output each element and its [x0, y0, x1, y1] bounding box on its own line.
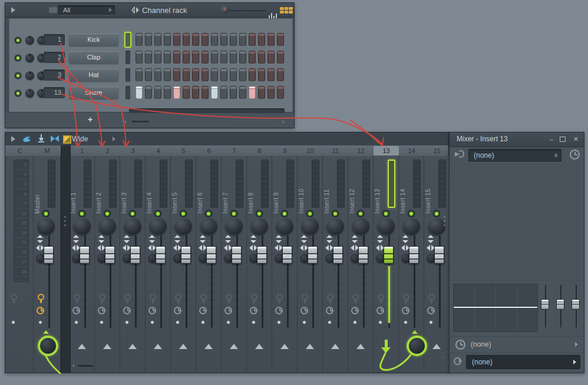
track-header-10[interactable]: 10: [298, 145, 323, 156]
stereo-separation-arrows-icon[interactable]: [173, 235, 181, 243]
track-mute-led[interactable]: [256, 210, 263, 217]
step-cell[interactable]: [249, 51, 256, 64]
keyboard-editor-icon[interactable]: [280, 7, 293, 14]
step-cell[interactable]: [230, 68, 237, 81]
step-cell[interactable]: [277, 33, 284, 46]
track-pan-knob[interactable]: [149, 217, 167, 235]
stereo-separation-arrows-icon[interactable]: [401, 235, 409, 243]
step-cell[interactable]: [239, 68, 246, 81]
track-volume-fader[interactable]: [105, 246, 115, 264]
track-mute-led[interactable]: [180, 210, 187, 217]
channel-select-strip[interactable]: [125, 51, 130, 64]
pan-arrows-icon[interactable]: [148, 245, 156, 251]
stereo-separation-arrows-icon[interactable]: [300, 235, 308, 243]
track-pan-knob[interactable]: [428, 217, 445, 235]
track-header-9[interactable]: 9: [272, 145, 298, 156]
track-pan-knob[interactable]: [225, 217, 243, 235]
track-peak-meter[interactable]: [261, 160, 269, 208]
channel-enable-led[interactable]: [15, 55, 21, 61]
step-cell[interactable]: [239, 33, 246, 46]
headphone-icon[interactable]: [326, 294, 334, 304]
channel-select-strip[interactable]: [125, 68, 130, 82]
pan-arrows-icon[interactable]: [249, 245, 257, 251]
headphone-icon[interactable]: [174, 294, 182, 304]
plugin-delay-clock-icon[interactable]: [98, 307, 105, 314]
stereo-separation-arrows-icon[interactable]: [148, 235, 156, 243]
mixer-track-strip-13[interactable]: Insert 13: [374, 156, 399, 372]
channel-number[interactable]: 2: [44, 52, 65, 63]
track-pan-knob[interactable]: [301, 217, 319, 235]
track-pan-knob[interactable]: [402, 217, 420, 235]
eq-graph[interactable]: [453, 284, 538, 332]
track-volume-fader[interactable]: [384, 246, 394, 264]
headphone-icon[interactable]: [37, 294, 45, 304]
track-mute-led[interactable]: [129, 210, 136, 217]
plugin-delay-clock-icon[interactable]: [326, 307, 333, 314]
route-up-arrow-icon[interactable]: [331, 344, 339, 349]
track-peak-meter[interactable]: [134, 160, 142, 208]
mixer-toolbar[interactable]: Wide: [5, 132, 448, 146]
track-mute-led[interactable]: [154, 210, 161, 217]
track-volume-fader[interactable]: [130, 246, 140, 264]
channel-name-button[interactable]: Snare: [69, 87, 118, 99]
route-up-arrow-icon[interactable]: [179, 344, 187, 349]
route-up-arrow-icon[interactable]: [306, 344, 314, 349]
plugin-delay-clock-icon[interactable]: [174, 307, 181, 314]
graph-editor-icon[interactable]: [269, 8, 278, 18]
route-up-arrow-icon[interactable]: [280, 344, 289, 349]
step-cell[interactable]: [173, 51, 180, 64]
step-cell[interactable]: [220, 51, 227, 64]
mixer-menu-icon[interactable]: [11, 136, 15, 142]
track-volume-fader[interactable]: [434, 246, 444, 264]
step-cell[interactable]: [258, 33, 265, 46]
step-cell[interactable]: [267, 86, 275, 99]
headphone-icon[interactable]: [275, 294, 283, 304]
track-peak-meter[interactable]: [84, 160, 91, 208]
step-cell[interactable]: [183, 33, 190, 46]
track-mute-led[interactable]: [205, 210, 212, 217]
track-mute-led[interactable]: [382, 210, 389, 217]
track-volume-fader[interactable]: [80, 246, 90, 264]
mixer-track-strip-8[interactable]: Insert 8: [247, 156, 272, 372]
step-cell[interactable]: [183, 68, 190, 81]
plugin-delay-clock-icon[interactable]: [224, 307, 232, 314]
track-header-6[interactable]: 6: [196, 145, 222, 156]
channel-rack-titlebar[interactable]: All ⋮ Channel rack: [5, 3, 294, 18]
step-cell[interactable]: [249, 33, 256, 46]
track-volume-fader[interactable]: [156, 246, 166, 264]
channel-name-button[interactable]: Hat: [69, 69, 118, 81]
plugin-picker-icon[interactable]: [37, 134, 45, 143]
track-header-4[interactable]: 4: [146, 145, 171, 156]
step-cell[interactable]: [201, 33, 209, 46]
step-cell[interactable]: [211, 86, 218, 99]
mixer-track-strip-4[interactable]: Insert 4: [146, 156, 171, 372]
step-cell[interactable]: [192, 33, 199, 46]
channel-select-strip[interactable]: [124, 32, 131, 48]
headphone-icon[interactable]: [351, 294, 359, 304]
mixer-track-strip-6[interactable]: Insert 6: [196, 156, 222, 372]
plugin-delay-clock-icon[interactable]: [376, 307, 384, 314]
pan-arrows-icon[interactable]: [300, 245, 308, 251]
track-pan-knob[interactable]: [124, 217, 141, 235]
step-cell[interactable]: [164, 51, 171, 64]
track-mute-led[interactable]: [281, 210, 288, 217]
rack-scroll-groove[interactable]: [129, 108, 285, 113]
eq-band-fader[interactable]: [571, 285, 582, 331]
track-peak-meter[interactable]: [236, 160, 243, 208]
stereo-separation-arrows-icon[interactable]: [351, 235, 359, 243]
step-cell[interactable]: [173, 86, 180, 99]
step-cell[interactable]: [249, 68, 256, 81]
scroll-right-icon[interactable]: ›: [282, 119, 284, 125]
step-cell[interactable]: [154, 33, 161, 46]
track-mute-led[interactable]: [104, 210, 111, 217]
headphone-icon[interactable]: [402, 294, 410, 304]
track-volume-fader[interactable]: [409, 246, 419, 264]
track-peak-meter[interactable]: [388, 160, 395, 208]
route-up-arrow-icon[interactable]: [356, 344, 365, 349]
plugin-delay-clock-icon[interactable]: [275, 307, 283, 314]
track-peak-meter[interactable]: [438, 160, 446, 208]
track-peak-meter[interactable]: [362, 160, 370, 208]
step-cell[interactable]: [211, 68, 218, 81]
swing-slider-knob[interactable]: [221, 6, 229, 14]
track-pan-knob[interactable]: [352, 217, 369, 235]
